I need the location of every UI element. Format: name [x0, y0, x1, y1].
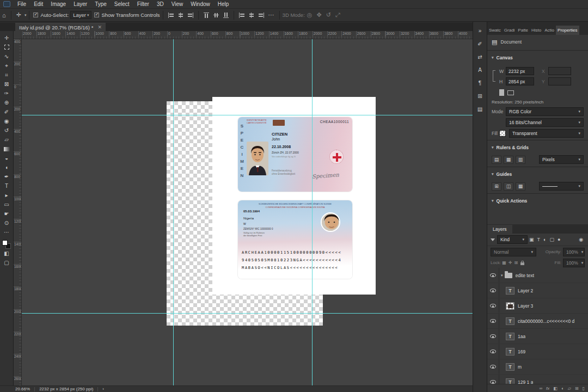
bit-depth-dropdown[interactable]: 16 Bits/Channel	[506, 118, 584, 127]
filter-smart-objects-icon[interactable]	[558, 237, 560, 242]
filter-switch-icon[interactable]	[579, 237, 583, 242]
layer-row[interactable]: T cita0000000...c<<<<<<<0 d	[487, 314, 588, 329]
align-bottom-icon[interactable]	[223, 12, 229, 19]
more-options-icon[interactable]	[266, 11, 277, 19]
layer-row[interactable]: T Layer 3	[487, 298, 588, 314]
menu-item[interactable]: Type	[91, 0, 111, 8]
shape-tool[interactable]	[2, 200, 12, 209]
adjustment-layer-icon[interactable]	[561, 386, 564, 391]
pen-tool[interactable]	[2, 172, 12, 181]
layer-visibility-toggle[interactable]	[487, 344, 499, 359]
blend-mode-dropdown[interactable]: Normal	[491, 248, 536, 256]
tab-gradients[interactable]: Gradi	[503, 26, 517, 35]
home-icon[interactable]	[0, 12, 8, 19]
menu-item[interactable]: Layer	[70, 0, 91, 8]
auto-select-checkbox[interactable]	[33, 13, 38, 17]
tab-history[interactable]: Histo	[530, 26, 543, 35]
menu-item[interactable]: File	[14, 0, 30, 8]
layer-name[interactable]: 1aa	[518, 334, 525, 339]
tab-patterns[interactable]: Patte	[516, 26, 530, 35]
character-panel-icon[interactable]	[475, 63, 485, 76]
object-selection-tool[interactable]	[2, 61, 12, 70]
guide-style-dropdown[interactable]	[539, 182, 584, 191]
chevron-down-icon[interactable]	[24, 13, 27, 17]
libraries-panel-icon[interactable]	[475, 102, 485, 115]
eyedropper-tool[interactable]	[2, 89, 12, 98]
brushes-panel-icon[interactable]	[475, 37, 485, 50]
menu-item[interactable]: Help	[214, 0, 233, 8]
layer-name[interactable]: edite text	[516, 273, 535, 278]
layer-visibility-toggle[interactable]	[487, 314, 499, 328]
menu-item[interactable]: Window	[187, 0, 214, 8]
guides-clear-icon[interactable]	[516, 182, 525, 191]
history-brush-tool[interactable]	[2, 126, 12, 135]
path-selection-tool[interactable]	[2, 191, 12, 200]
filter-shape-layers-icon[interactable]	[549, 237, 554, 242]
align-right-icon[interactable]	[187, 12, 194, 19]
close-icon[interactable]	[97, 24, 102, 30]
distribute-center-icon[interactable]	[248, 12, 255, 19]
guides-lock-icon[interactable]	[504, 182, 513, 191]
layer-mask-icon[interactable]	[553, 386, 558, 391]
align-top-icon[interactable]	[203, 12, 210, 19]
quick-mask-button[interactable]	[2, 249, 12, 258]
edit-toolbar-icon[interactable]	[2, 228, 12, 237]
orientation-portrait-icon[interactable]	[499, 89, 504, 96]
grid-snap-icon[interactable]	[516, 156, 525, 164]
glyphs-panel-icon[interactable]	[475, 89, 485, 102]
distribute-right-icon[interactable]	[258, 12, 265, 19]
zoom-level-field[interactable]: 20.66%	[15, 387, 30, 391]
fill-opacity-field[interactable]: 100%	[563, 259, 585, 267]
align-middle-icon[interactable]	[213, 12, 219, 19]
layer-row[interactable]: T Layer 2	[487, 283, 588, 298]
dodge-tool[interactable]	[2, 163, 12, 172]
type-tool[interactable]	[2, 181, 12, 191]
quick-actions-section-header[interactable]: Quick Actions	[487, 195, 588, 207]
layer-row[interactable]: T 129 1 a	[487, 375, 588, 384]
document-tab[interactable]: Italy id.psd @ 20.7% (RGB/16) *	[15, 23, 106, 31]
clone-source-panel-icon[interactable]	[475, 50, 485, 63]
layer-name[interactable]: Layer 3	[518, 303, 533, 309]
width-field[interactable]: 2232 px	[506, 67, 534, 75]
rulers-grids-section-header[interactable]: Rulers & Grids	[487, 142, 588, 154]
guides-toggle-icon[interactable]	[492, 182, 501, 191]
layer-row[interactable]: T m	[487, 359, 588, 375]
filter-adjustment-layers-icon[interactable]	[543, 237, 546, 242]
opacity-field[interactable]: 100%	[563, 248, 585, 256]
align-left-icon[interactable]	[168, 12, 174, 19]
ruler-toggle-icon[interactable]	[492, 156, 501, 164]
fill-swatch-icon[interactable]	[499, 130, 506, 137]
auto-select-dropdown[interactable]: Layer	[70, 11, 91, 19]
menu-item[interactable]: Filter	[133, 0, 153, 8]
tab-actions[interactable]: Actio	[543, 26, 556, 35]
marquee-tool[interactable]	[2, 42, 12, 52]
lock-transparency-icon[interactable]	[502, 260, 506, 265]
brush-tool[interactable]	[2, 107, 12, 117]
link-dimensions-icon[interactable]	[493, 70, 495, 82]
hand-tool[interactable]	[2, 209, 12, 218]
move-tool-icon[interactable]	[14, 11, 23, 19]
tab-layers[interactable]: Layers	[487, 225, 512, 234]
layer-visibility-toggle[interactable]	[487, 359, 499, 374]
fill-dropdown[interactable]: Transparent	[509, 129, 584, 138]
align-center-horizontal-icon[interactable]	[177, 12, 184, 19]
layer-visibility-toggle[interactable]	[487, 298, 499, 313]
layer-visibility-toggle[interactable]	[487, 268, 499, 283]
filter-pixel-layers-icon[interactable]	[529, 237, 534, 242]
layer-visibility-toggle[interactable]	[487, 375, 499, 384]
menu-item[interactable]: Edit	[30, 0, 47, 8]
menu-item[interactable]: 3D	[153, 0, 168, 8]
layer-filter-dropdown[interactable]: Kind	[497, 235, 528, 244]
color-swatches[interactable]	[2, 240, 11, 249]
collapse-panels-icon[interactable]	[475, 24, 485, 37]
lock-artboard-icon[interactable]	[514, 260, 518, 265]
tab-swatches[interactable]: Swatc	[487, 26, 503, 35]
menu-item[interactable]: Image	[47, 0, 70, 8]
lock-position-icon[interactable]	[509, 260, 512, 265]
lock-all-icon[interactable]	[520, 262, 524, 265]
guides-section-header[interactable]: Guides	[487, 168, 588, 180]
layer-row[interactable]: T edite text	[487, 268, 588, 283]
distribute-horizontal-icon[interactable]	[238, 12, 245, 19]
menu-item[interactable]: Select	[111, 0, 133, 8]
height-field[interactable]: 2854 px	[506, 77, 534, 85]
